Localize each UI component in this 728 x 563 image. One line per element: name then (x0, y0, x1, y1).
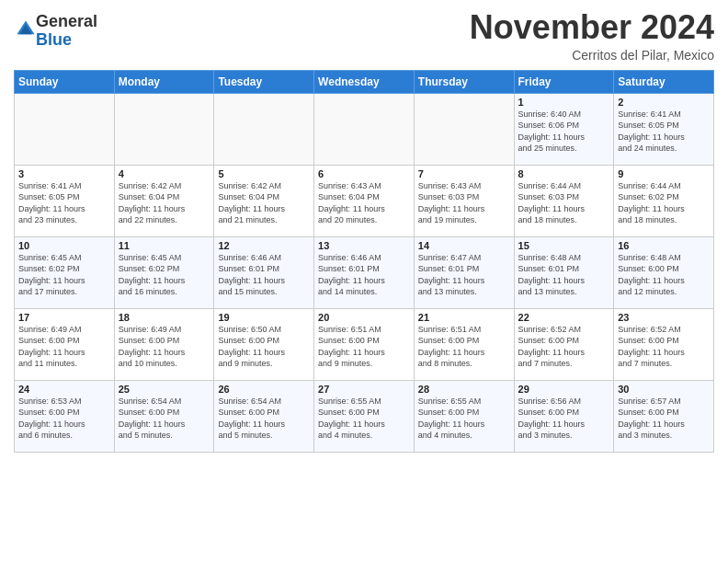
table-row: 26Sunrise: 6:54 AMSunset: 6:00 PMDayligh… (214, 380, 314, 452)
col-tuesday: Tuesday (214, 70, 314, 93)
day-info: Sunrise: 6:45 AMSunset: 6:02 PMDaylight:… (18, 252, 110, 298)
day-info: Sunrise: 6:54 AMSunset: 6:00 PMDaylight:… (119, 396, 210, 442)
day-info: Sunrise: 6:48 AMSunset: 6:00 PMDaylight:… (618, 252, 710, 298)
calendar-header-row: Sunday Monday Tuesday Wednesday Thursday… (15, 70, 714, 93)
table-row: 16Sunrise: 6:48 AMSunset: 6:00 PMDayligh… (614, 236, 714, 308)
day-info: Sunrise: 6:45 AMSunset: 6:02 PMDaylight:… (119, 252, 210, 298)
table-row: 3Sunrise: 6:41 AMSunset: 6:05 PMDaylight… (15, 165, 115, 236)
day-info: Sunrise: 6:40 AMSunset: 6:06 PMDaylight:… (518, 109, 610, 155)
day-number: 24 (18, 384, 110, 395)
calendar-week-row: 1Sunrise: 6:40 AMSunset: 6:06 PMDaylight… (15, 93, 714, 165)
day-info: Sunrise: 6:54 AMSunset: 6:00 PMDaylight:… (218, 396, 310, 442)
day-number: 4 (119, 168, 210, 179)
col-sunday: Sunday (15, 70, 115, 93)
day-number: 9 (618, 168, 710, 179)
table-row: 11Sunrise: 6:45 AMSunset: 6:02 PMDayligh… (114, 236, 214, 308)
table-row: 24Sunrise: 6:53 AMSunset: 6:00 PMDayligh… (15, 380, 115, 452)
col-thursday: Thursday (414, 70, 514, 93)
day-info: Sunrise: 6:46 AMSunset: 6:01 PMDaylight:… (218, 252, 310, 298)
day-number: 3 (18, 168, 110, 179)
day-number: 15 (518, 240, 610, 251)
day-number: 21 (418, 312, 510, 323)
calendar-body: 1Sunrise: 6:40 AMSunset: 6:06 PMDaylight… (15, 93, 714, 452)
day-info: Sunrise: 6:55 AMSunset: 6:00 PMDaylight:… (418, 396, 510, 442)
table-row: 30Sunrise: 6:57 AMSunset: 6:00 PMDayligh… (614, 380, 714, 452)
day-info: Sunrise: 6:50 AMSunset: 6:00 PMDaylight:… (218, 324, 310, 370)
day-info: Sunrise: 6:57 AMSunset: 6:00 PMDaylight:… (618, 396, 710, 442)
day-number: 22 (518, 312, 610, 323)
col-friday: Friday (514, 70, 614, 93)
calendar-table: Sunday Monday Tuesday Wednesday Thursday… (14, 70, 714, 453)
day-info: Sunrise: 6:41 AMSunset: 6:05 PMDaylight:… (618, 109, 710, 155)
day-number: 23 (618, 312, 710, 323)
day-number: 12 (218, 240, 310, 251)
day-number: 19 (218, 312, 310, 323)
location: Cerritos del Pilar, Mexico (470, 48, 714, 63)
day-info: Sunrise: 6:41 AMSunset: 6:05 PMDaylight:… (18, 180, 110, 226)
table-row: 13Sunrise: 6:46 AMSunset: 6:01 PMDayligh… (314, 236, 415, 308)
table-row: 19Sunrise: 6:50 AMSunset: 6:00 PMDayligh… (214, 308, 314, 380)
header: General Blue November 2024 Cerritos del … (14, 9, 714, 63)
table-row: 20Sunrise: 6:51 AMSunset: 6:00 PMDayligh… (314, 308, 415, 380)
day-number: 16 (618, 240, 710, 251)
col-monday: Monday (114, 70, 214, 93)
calendar-week-row: 3Sunrise: 6:41 AMSunset: 6:05 PMDaylight… (15, 165, 714, 236)
day-info: Sunrise: 6:44 AMSunset: 6:03 PMDaylight:… (518, 180, 610, 226)
calendar-week-row: 10Sunrise: 6:45 AMSunset: 6:02 PMDayligh… (15, 236, 714, 308)
table-row: 21Sunrise: 6:51 AMSunset: 6:00 PMDayligh… (414, 308, 514, 380)
calendar-week-row: 17Sunrise: 6:49 AMSunset: 6:00 PMDayligh… (15, 308, 714, 380)
day-number: 18 (119, 312, 210, 323)
day-number: 25 (119, 384, 210, 395)
day-number: 1 (518, 97, 610, 108)
calendar-week-row: 24Sunrise: 6:53 AMSunset: 6:00 PMDayligh… (15, 380, 714, 452)
day-info: Sunrise: 6:46 AMSunset: 6:01 PMDaylight:… (318, 252, 410, 298)
day-info: Sunrise: 6:51 AMSunset: 6:00 PMDaylight:… (418, 324, 510, 370)
title-block: November 2024 Cerritos del Pilar, Mexico (470, 9, 714, 63)
table-row: 17Sunrise: 6:49 AMSunset: 6:00 PMDayligh… (15, 308, 115, 380)
table-row: 28Sunrise: 6:55 AMSunset: 6:00 PMDayligh… (414, 380, 514, 452)
logo-blue: Blue (36, 30, 72, 49)
logo-general: General (36, 12, 97, 30)
table-row (314, 93, 415, 165)
day-info: Sunrise: 6:43 AMSunset: 6:04 PMDaylight:… (318, 180, 410, 226)
day-number: 14 (418, 240, 510, 251)
day-number: 29 (518, 384, 610, 395)
table-row: 5Sunrise: 6:42 AMSunset: 6:04 PMDaylight… (214, 165, 314, 236)
table-row (414, 93, 514, 165)
logo-text: General Blue (36, 13, 97, 50)
day-info: Sunrise: 6:42 AMSunset: 6:04 PMDaylight:… (218, 180, 310, 226)
day-info: Sunrise: 6:49 AMSunset: 6:00 PMDaylight:… (119, 324, 210, 370)
day-info: Sunrise: 6:49 AMSunset: 6:00 PMDaylight:… (18, 324, 110, 370)
day-number: 13 (318, 240, 410, 251)
table-row: 27Sunrise: 6:55 AMSunset: 6:00 PMDayligh… (314, 380, 415, 452)
table-row: 1Sunrise: 6:40 AMSunset: 6:06 PMDaylight… (514, 93, 614, 165)
table-row: 12Sunrise: 6:46 AMSunset: 6:01 PMDayligh… (214, 236, 314, 308)
table-row: 4Sunrise: 6:42 AMSunset: 6:04 PMDaylight… (114, 165, 214, 236)
day-info: Sunrise: 6:56 AMSunset: 6:00 PMDaylight:… (518, 396, 610, 442)
col-saturday: Saturday (614, 70, 714, 93)
logo-icon (16, 19, 36, 40)
logo: General Blue (14, 13, 97, 50)
table-row: 15Sunrise: 6:48 AMSunset: 6:01 PMDayligh… (514, 236, 614, 308)
day-info: Sunrise: 6:44 AMSunset: 6:02 PMDaylight:… (618, 180, 710, 226)
day-info: Sunrise: 6:53 AMSunset: 6:00 PMDaylight:… (18, 396, 110, 442)
day-number: 2 (618, 97, 710, 108)
day-number: 30 (618, 384, 710, 395)
day-number: 5 (218, 168, 310, 179)
table-row: 2Sunrise: 6:41 AMSunset: 6:05 PMDaylight… (614, 93, 714, 165)
day-info: Sunrise: 6:47 AMSunset: 6:01 PMDaylight:… (418, 252, 510, 298)
day-number: 10 (18, 240, 110, 251)
table-row: 18Sunrise: 6:49 AMSunset: 6:00 PMDayligh… (114, 308, 214, 380)
day-number: 8 (518, 168, 610, 179)
table-row: 7Sunrise: 6:43 AMSunset: 6:03 PMDaylight… (414, 165, 514, 236)
day-number: 7 (418, 168, 510, 179)
day-info: Sunrise: 6:52 AMSunset: 6:00 PMDaylight:… (618, 324, 710, 370)
day-info: Sunrise: 6:42 AMSunset: 6:04 PMDaylight:… (119, 180, 210, 226)
day-number: 11 (119, 240, 210, 251)
table-row: 9Sunrise: 6:44 AMSunset: 6:02 PMDaylight… (614, 165, 714, 236)
table-row (114, 93, 214, 165)
table-row: 29Sunrise: 6:56 AMSunset: 6:00 PMDayligh… (514, 380, 614, 452)
table-row (15, 93, 115, 165)
col-wednesday: Wednesday (314, 70, 415, 93)
page-container: General Blue November 2024 Cerritos del … (0, 0, 728, 460)
